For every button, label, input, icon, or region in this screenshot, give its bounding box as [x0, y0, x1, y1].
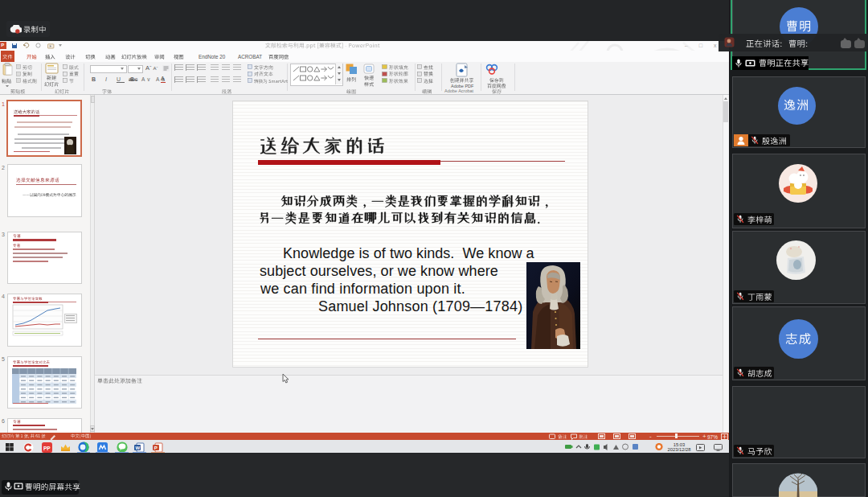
svg-text:PP: PP	[43, 445, 51, 450]
svg-text:W: W	[136, 445, 141, 450]
svg-text:P: P	[154, 445, 158, 450]
